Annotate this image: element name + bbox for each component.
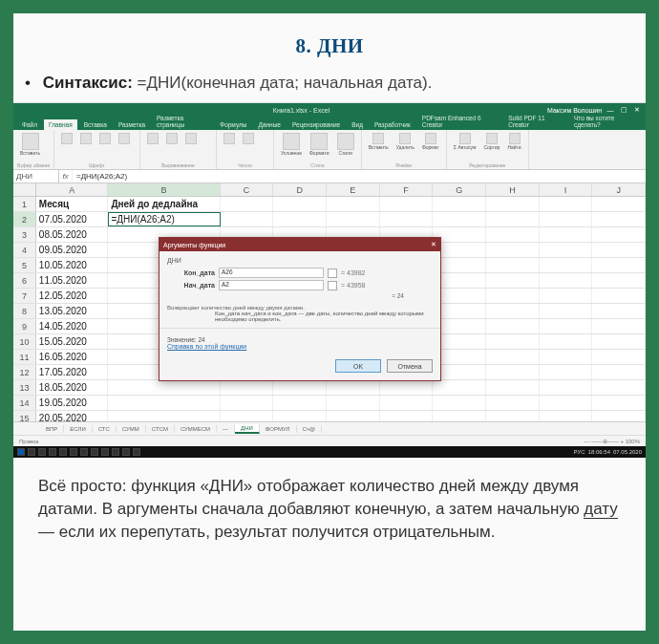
cell[interactable]: 15.05.2020 (36, 334, 109, 349)
cell[interactable] (592, 380, 646, 395)
cell[interactable] (327, 396, 380, 410)
cell[interactable] (540, 334, 593, 349)
tab-home[interactable]: Главная (44, 119, 77, 130)
row-header[interactable]: 5 (13, 258, 36, 272)
tab-formulas[interactable]: Формулы (215, 119, 251, 130)
taskbar-icon[interactable] (91, 448, 98, 456)
cell[interactable] (486, 350, 540, 364)
sheet-tab[interactable]: ВПР (40, 425, 64, 433)
cell[interactable] (592, 365, 646, 379)
font-button[interactable] (58, 132, 75, 145)
cell[interactable] (540, 273, 593, 288)
cell[interactable] (592, 350, 646, 364)
row-header[interactable]: 8 (13, 304, 36, 318)
dialog-ok-button[interactable]: OK (335, 359, 381, 373)
cell[interactable]: Дней до дедлайна (108, 197, 220, 211)
cell[interactable] (592, 227, 646, 242)
cell[interactable] (540, 227, 593, 242)
cell[interactable] (592, 319, 646, 333)
col-B[interactable]: B (108, 183, 220, 196)
cell[interactable] (540, 365, 593, 379)
tab-review[interactable]: Рецензирование (287, 119, 345, 130)
row-header[interactable]: 11 (13, 350, 36, 364)
sheet-tab[interactable]: ЕСЛИ (64, 425, 92, 433)
cell[interactable] (108, 396, 220, 410)
arg1-input[interactable]: A26 (219, 268, 324, 278)
col-D[interactable]: D (273, 183, 327, 196)
cell[interactable] (221, 197, 274, 211)
cell[interactable] (592, 273, 646, 288)
cell[interactable] (273, 380, 327, 395)
cell[interactable] (327, 380, 380, 395)
cell[interactable] (273, 396, 327, 410)
formula-input[interactable]: =ДНИ(A26;A2) (73, 170, 646, 182)
cell[interactable] (486, 365, 540, 379)
col-H[interactable]: H (486, 183, 540, 196)
cell[interactable]: 17.05.2020 (36, 365, 109, 379)
cell[interactable] (540, 396, 593, 410)
format-cells-button[interactable]: Формат (419, 132, 442, 152)
cell[interactable] (592, 334, 646, 349)
cell-styles-button[interactable]: Стили (334, 132, 357, 158)
taskbar-icon[interactable] (133, 448, 140, 456)
cell[interactable] (486, 380, 540, 395)
cell[interactable] (486, 396, 540, 410)
cell[interactable] (380, 197, 434, 211)
col-C[interactable]: C (221, 183, 274, 196)
cell[interactable]: 16.05.2020 (36, 350, 109, 364)
col-J[interactable]: J (592, 183, 646, 196)
align-button[interactable] (144, 132, 161, 145)
arg2-input[interactable]: A2 (219, 280, 324, 290)
italic-button[interactable] (96, 132, 114, 145)
cell[interactable] (221, 212, 274, 226)
dialog-close-icon[interactable]: ✕ (431, 241, 436, 248)
cell[interactable] (273, 197, 327, 211)
merge-button[interactable] (182, 132, 200, 145)
tab-draw[interactable]: Разметка (114, 119, 150, 130)
cell[interactable] (108, 380, 220, 395)
sheet-tab-active[interactable]: ДНИ (235, 424, 260, 434)
cell[interactable]: 09.05.2020 (36, 243, 109, 257)
cell[interactable] (221, 380, 274, 395)
cell[interactable] (540, 319, 593, 333)
cell[interactable] (273, 212, 327, 226)
cond-format-button[interactable]: Условное (278, 132, 305, 158)
sheet-tab[interactable]: СУММЕСМ (175, 425, 217, 433)
sheet-tab[interactable]: — (217, 425, 235, 433)
cell[interactable] (592, 258, 646, 272)
taskbar-icon[interactable] (70, 448, 77, 456)
autosum-button[interactable]: Σ Автосум (451, 132, 479, 152)
tab-data[interactable]: Данные (253, 119, 285, 130)
tab-tellme[interactable]: Что вы хотите сделать? (569, 113, 642, 130)
cell[interactable] (540, 380, 593, 395)
cell[interactable] (540, 212, 593, 226)
cell[interactable]: 13.05.2020 (36, 304, 109, 318)
arg1-ref-icon[interactable] (328, 268, 337, 278)
cell[interactable]: 12.05.2020 (36, 289, 109, 303)
sheet-tab[interactable]: СТСМ (146, 425, 175, 433)
cell[interactable] (327, 212, 380, 226)
cell[interactable]: 07.05.2020 (36, 212, 109, 226)
cell[interactable]: Месяц (36, 197, 109, 211)
cell[interactable] (540, 243, 593, 257)
paste-button[interactable]: Вставить (17, 132, 43, 158)
cell[interactable] (486, 273, 540, 288)
row-header[interactable]: 3 (13, 227, 36, 242)
cell[interactable] (433, 380, 486, 395)
col-G[interactable]: G (433, 183, 486, 196)
row-header[interactable]: 12 (13, 365, 36, 379)
row-header[interactable]: 9 (13, 319, 36, 333)
row-header[interactable]: 7 (13, 289, 36, 303)
sheet-tab[interactable]: СУММ (117, 425, 146, 433)
taskbar-icon[interactable] (101, 448, 109, 456)
percent-button[interactable] (240, 132, 257, 145)
select-all-corner[interactable] (13, 183, 36, 196)
cell[interactable] (486, 197, 540, 211)
cell[interactable]: 14.05.2020 (36, 319, 109, 333)
taskbar-icon[interactable] (38, 448, 46, 456)
row-header[interactable]: 6 (13, 273, 36, 288)
table-format-button[interactable]: Формати (307, 132, 332, 158)
row-header[interactable]: 10 (13, 334, 36, 349)
col-I[interactable]: I (540, 183, 593, 196)
row-header[interactable]: 14 (13, 396, 36, 410)
